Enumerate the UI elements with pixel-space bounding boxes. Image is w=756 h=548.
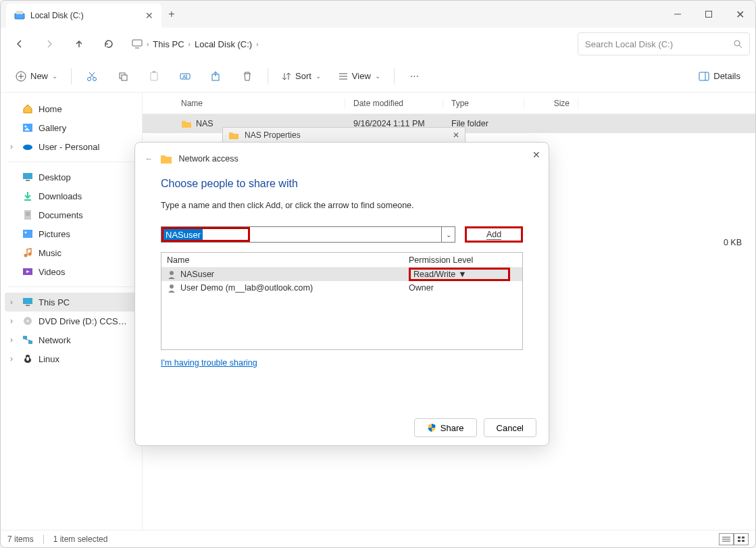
svg-rect-28	[23, 124, 32, 132]
folder-icon	[160, 153, 172, 164]
sidebar-item-network[interactable]: Network	[5, 330, 138, 349]
up-button[interactable]	[66, 32, 93, 56]
rename-button[interactable]: A	[172, 65, 199, 88]
close-tab-icon[interactable]: ✕	[145, 10, 153, 21]
tab-title: Local Disk (C:)	[30, 11, 140, 20]
breadcrumb-segment[interactable]: Local Disk (C:)	[195, 39, 252, 49]
breadcrumb[interactable]: › This PC › Local Disk (C:) ›	[125, 39, 575, 49]
sidebar-item-gallery[interactable]: Gallery	[5, 118, 138, 137]
permission-row[interactable]: NASuser Read/Write▼	[161, 268, 522, 281]
view-button[interactable]: View ⌄	[332, 65, 387, 88]
sidebar-item-user-personal[interactable]: User - Personal	[5, 137, 138, 156]
delete-button[interactable]	[234, 65, 261, 88]
new-button[interactable]: New ⌄	[9, 65, 64, 88]
linux-icon	[22, 353, 33, 364]
svg-rect-47	[28, 341, 32, 344]
share-dialog-header: ← Network access	[135, 143, 549, 171]
search-placeholder: Search Local Disk (C:)	[585, 39, 673, 49]
folder-icon	[228, 130, 239, 140]
music-icon	[22, 247, 33, 258]
shield-icon	[427, 423, 436, 432]
svg-point-12	[93, 77, 97, 80]
svg-rect-0	[15, 14, 24, 19]
share-dialog: ✕ ← Network access Choose people to shar…	[134, 142, 549, 446]
permission-row[interactable]: User Demo (m__lab@outlook.com) Owner	[161, 281, 522, 295]
trouble-sharing-link[interactable]: I'm having trouble sharing	[161, 358, 257, 368]
sort-button[interactable]: Sort ⌄	[275, 65, 328, 88]
download-icon	[22, 191, 33, 201]
view-toggle[interactable]	[719, 533, 749, 545]
new-tab-button[interactable]: +	[161, 8, 182, 20]
add-button[interactable]: Add	[465, 226, 523, 243]
chevron-right-icon[interactable]: ›	[188, 41, 191, 48]
window-controls: ✕	[662, 3, 755, 25]
cancel-button[interactable]: Cancel	[484, 418, 536, 437]
svg-rect-58	[742, 540, 745, 542]
svg-point-60	[170, 284, 174, 289]
paste-button[interactable]	[141, 65, 168, 88]
sidebar: Home Gallery User - Personal Desktop Dow…	[1, 93, 143, 530]
disk-icon	[14, 10, 25, 21]
sidebar-item-dvd[interactable]: DVD Drive (D:) CCSA_X64FR	[5, 312, 138, 330]
chevron-right-icon[interactable]: ›	[256, 41, 258, 48]
perm-col-level[interactable]: Permission Level	[403, 255, 522, 265]
sidebar-item-downloads[interactable]: Downloads	[5, 186, 138, 205]
share-button[interactable]	[203, 65, 230, 88]
close-icon[interactable]: ✕	[532, 149, 540, 160]
chevron-down-icon: ⌄	[52, 72, 57, 80]
share-button[interactable]: Share	[414, 418, 477, 437]
cut-button[interactable]	[78, 65, 105, 88]
sidebar-item-desktop[interactable]: Desktop	[5, 168, 138, 186]
svg-rect-31	[23, 173, 32, 179]
svg-point-11	[88, 77, 91, 80]
column-headers[interactable]: Name Date modified Type Size	[143, 93, 755, 114]
details-button[interactable]: Details	[692, 65, 747, 88]
svg-line-14	[89, 72, 94, 78]
back-icon[interactable]: ←	[145, 154, 153, 164]
window-tab[interactable]: Local Disk (C:) ✕	[6, 3, 161, 28]
svg-rect-42	[23, 298, 32, 304]
properties-title: NAS Properties	[245, 130, 301, 140]
breadcrumb-segment[interactable]: This PC	[153, 39, 184, 49]
sidebar-item-music[interactable]: Music	[5, 243, 138, 262]
pictures-icon	[22, 228, 33, 239]
sidebar-item-videos[interactable]: Videos	[5, 262, 138, 281]
column-name[interactable]: Name	[173, 99, 345, 108]
share-instruction: Type a name and then click Add, or click…	[161, 201, 523, 210]
refresh-button[interactable]	[95, 32, 122, 56]
svg-point-38	[25, 232, 27, 234]
copy-button[interactable]	[109, 65, 136, 88]
forward-button[interactable]	[36, 32, 63, 56]
perm-col-name[interactable]: Name	[161, 255, 403, 265]
share-user-input[interactable]: NASuser	[161, 227, 203, 242]
close-button[interactable]: ✕	[724, 3, 755, 25]
more-button[interactable]: ⋯	[401, 65, 428, 88]
thumbnails-view-icon[interactable]	[734, 533, 749, 545]
sidebar-item-linux[interactable]: Linux	[5, 349, 138, 368]
chevron-down-icon: ⌄	[316, 72, 321, 80]
sidebar-item-home[interactable]: Home	[5, 99, 138, 118]
sidebar-item-pictures[interactable]: Pictures	[5, 224, 138, 243]
permission-dropdown[interactable]: Read/Write▼	[409, 268, 510, 281]
details-view-icon[interactable]	[719, 533, 734, 545]
minimize-button[interactable]	[662, 3, 693, 25]
chevron-right-icon[interactable]: ›	[147, 41, 149, 48]
share-title: Choose people to share with	[161, 178, 523, 190]
column-size[interactable]: Size	[524, 99, 578, 108]
close-icon[interactable]: ✕	[453, 130, 459, 140]
svg-point-59	[170, 271, 174, 275]
column-type[interactable]: Type	[443, 99, 524, 108]
maximize-button[interactable]	[693, 3, 724, 25]
sidebar-item-documents[interactable]: Documents	[5, 205, 138, 224]
disc-icon	[22, 316, 33, 326]
share-user-combo[interactable]: NASuser ⌄	[161, 226, 455, 243]
svg-rect-55	[738, 537, 740, 539]
back-button[interactable]	[6, 32, 33, 56]
chevron-down-icon[interactable]: ⌄	[441, 227, 455, 242]
svg-rect-46	[23, 336, 27, 339]
column-date[interactable]: Date modified	[345, 99, 443, 108]
sidebar-item-this-pc[interactable]: This PC	[5, 293, 138, 312]
search-input[interactable]: Search Local Disk (C:)	[578, 32, 750, 55]
svg-line-7	[739, 45, 742, 48]
svg-point-6	[734, 41, 740, 46]
